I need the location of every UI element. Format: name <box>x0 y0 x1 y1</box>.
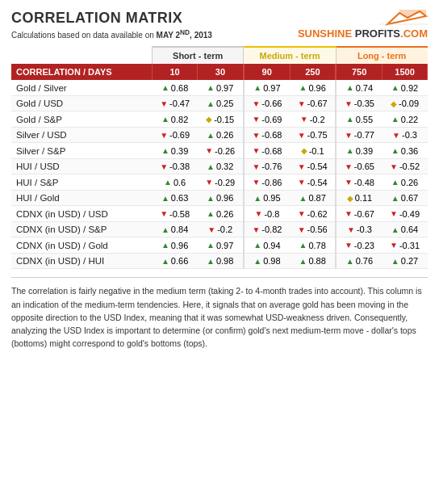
cell-number: -0.49 <box>399 209 420 219</box>
group-header-row: Short - term Medium - term Long - term <box>11 47 428 64</box>
cell-value: ▲0.95 <box>244 190 290 206</box>
correlation-table: Short - term Medium - term Long - term C… <box>11 46 428 269</box>
row-label: HUI / S&P <box>11 174 153 191</box>
cell-value: ▼-0.48 <box>336 174 382 191</box>
col-header-250: 250 <box>290 64 336 80</box>
row-label: HUI / USD <box>11 158 153 174</box>
page-header: CORRELATION MATRIX Calculations based on… <box>11 10 428 40</box>
cell-number: -0.48 <box>354 178 374 187</box>
cell-value: ▲0.25 <box>198 95 244 111</box>
cell-value: ▲0.39 <box>153 143 198 159</box>
cell-value: ▲0.87 <box>290 190 336 206</box>
cell-number: -0.69 <box>261 115 282 124</box>
cell-number: -0.56 <box>307 225 328 234</box>
table-row: Silver / S&P▲0.39▼-0.26▼-0.68◆-0.1▲0.39▲… <box>11 143 428 159</box>
cell-number: -0.47 <box>169 99 190 108</box>
cell-value: ▲0.97 <box>198 80 244 95</box>
subtitle-prefix: Calculations based on data available on <box>11 31 154 40</box>
subtitle-date: MAY 2ND, 2013 <box>157 31 212 40</box>
cell-value: ▼-0.65 <box>336 158 382 174</box>
cell-number: 0.95 <box>263 193 280 203</box>
cell-value: ▼-0.76 <box>244 158 290 174</box>
table-row: HUI / S&P▲0.6▼-0.29▼-0.86▼-0.54▼-0.48▲0.… <box>11 174 428 191</box>
cell-value: ▼-0.3 <box>336 221 382 237</box>
column-header-row: CORRELATION / DAYS 10 30 90 250 750 1500 <box>11 64 428 80</box>
cell-number: -0.67 <box>354 209 374 219</box>
cell-value: ◆0.11 <box>336 190 382 206</box>
col-header-1500: 1500 <box>383 64 428 80</box>
group-long-term: Long - term <box>336 47 427 64</box>
cell-value: ▲0.68 <box>153 80 198 95</box>
cell-value: ▲0.98 <box>244 253 290 269</box>
col-header-10: 10 <box>153 64 198 80</box>
cell-number: -0.77 <box>354 130 374 140</box>
cell-value: ▲0.22 <box>383 111 428 128</box>
cell-number: -0.65 <box>354 162 374 171</box>
cell-value: ▲0.88 <box>290 253 336 269</box>
cell-value: ▼-0.68 <box>244 127 290 143</box>
cell-number: 0.92 <box>401 83 418 93</box>
cell-value: ▲0.26 <box>383 174 428 191</box>
cell-number: -0.68 <box>261 146 282 156</box>
cell-value: ▼-0.2 <box>290 111 336 128</box>
cell-number: 0.67 <box>401 193 418 203</box>
cell-value: ◆-0.09 <box>383 95 428 111</box>
cell-value: ▼-0.67 <box>290 95 336 111</box>
cell-value: ▼-0.68 <box>244 143 290 159</box>
cell-number: 0.97 <box>216 83 233 93</box>
logo-text: SUNSHINE PROFITS.COM <box>298 27 428 40</box>
cell-number: 0.22 <box>401 115 418 124</box>
cell-number: -0.66 <box>261 99 282 108</box>
col-header-label: CORRELATION / DAYS <box>11 64 153 80</box>
table-row: Gold / S&P▲0.82◆-0.15▼-0.69▼-0.2▲0.55▲0.… <box>11 111 428 128</box>
table-row: HUI / USD▼-0.38▲0.32▼-0.76▼-0.54▼-0.65▼-… <box>11 158 428 174</box>
cell-value: ▲0.96 <box>153 237 198 254</box>
cell-number: 0.96 <box>308 83 325 93</box>
cell-number: 0.84 <box>171 225 188 234</box>
row-label: HUI / Gold <box>11 190 153 206</box>
cell-number: -0.54 <box>307 162 328 171</box>
col-header-30: 30 <box>198 64 244 80</box>
cell-value: ▲0.32 <box>198 158 244 174</box>
table-body: Gold / Silver▲0.68▲0.97▲0.97▲0.96▲0.74▲0… <box>11 80 428 269</box>
cell-value: ▲0.78 <box>290 237 336 254</box>
cell-number: -0.23 <box>354 241 374 250</box>
cell-number: 0.98 <box>216 256 233 266</box>
cell-number: 0.96 <box>171 241 188 250</box>
cell-value: ▲0.98 <box>198 253 244 269</box>
cell-value: ▼-0.47 <box>153 95 198 111</box>
cell-number: 0.55 <box>356 115 373 124</box>
cell-number: 0.26 <box>216 209 233 219</box>
cell-number: -0.29 <box>215 178 235 187</box>
cell-number: -0.52 <box>399 162 420 171</box>
cell-number: -0.15 <box>214 115 234 124</box>
cell-number: 0.32 <box>216 162 233 171</box>
cell-number: 0.88 <box>308 256 325 266</box>
row-label: Gold / USD <box>11 95 153 111</box>
cell-value: ▲0.67 <box>383 190 428 206</box>
cell-number: 0.39 <box>356 146 373 156</box>
page-title: CORRELATION MATRIX <box>11 10 212 27</box>
group-short-term: Short - term <box>153 47 244 64</box>
col-header-90: 90 <box>244 64 290 80</box>
cell-number: 0.76 <box>356 256 373 266</box>
cell-value: ▲0.96 <box>198 190 244 206</box>
row-label: Gold / Silver <box>11 80 153 95</box>
cell-number: -0.3 <box>357 225 372 234</box>
cell-number: 0.97 <box>263 83 280 93</box>
cell-value: ▲0.84 <box>153 221 198 237</box>
cell-value: ◆-0.1 <box>290 143 336 159</box>
cell-value: ▼-0.38 <box>153 158 198 174</box>
row-label: CDNX (in USD) / Gold <box>11 237 153 254</box>
row-label: Gold / S&P <box>11 111 153 128</box>
logo: SUNSHINE PROFITS.COM <box>298 10 428 40</box>
subtitle: Calculations based on data available on … <box>11 28 212 40</box>
cell-value: ▲0.76 <box>336 253 382 269</box>
table-row: Gold / USD▼-0.47▲0.25▼-0.66▼-0.67▼-0.35◆… <box>11 95 428 111</box>
col-header-750: 750 <box>336 64 382 80</box>
cell-value: ▼-0.69 <box>244 111 290 128</box>
empty-header <box>11 47 153 64</box>
cell-number: -0.82 <box>261 225 282 234</box>
cell-number: -0.86 <box>261 178 282 187</box>
cell-number: 0.74 <box>356 83 373 93</box>
